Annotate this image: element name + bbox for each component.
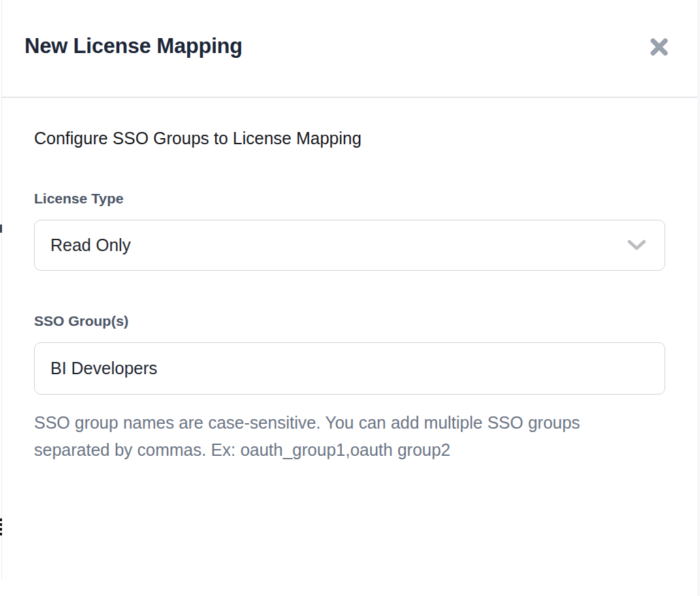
sso-groups-label: SSO Group(s)	[34, 312, 129, 331]
license-type-selected-value: Read Only	[50, 235, 131, 255]
helper-line-2: separated by commas. Ex: oauth_group1,oa…	[34, 440, 451, 459]
chevron-down-icon	[626, 239, 647, 252]
header-divider	[2, 97, 697, 98]
dialog-title: New License Mapping	[25, 31, 242, 61]
helper-line-1: SSO group names are case-sensitive. You …	[34, 413, 580, 432]
sso-groups-input[interactable]	[34, 342, 665, 395]
close-button[interactable]	[645, 33, 673, 61]
dialog-header: New License Mapping	[2, 0, 697, 97]
new-license-mapping-dialog: New License Mapping Configure SSO Groups…	[2, 0, 697, 596]
dialog-subtitle: Configure SSO Groups to License Mapping	[34, 127, 362, 150]
close-icon	[648, 35, 671, 59]
page-background: New License Mapping Configure SSO Groups…	[0, 0, 700, 596]
license-type-label: License Type	[34, 189, 124, 208]
sso-groups-helper-text: SSO group names are case-sensitive. You …	[34, 409, 580, 463]
license-type-select[interactable]: Read Only	[34, 220, 665, 271]
background-page-gutter	[697, 0, 700, 596]
